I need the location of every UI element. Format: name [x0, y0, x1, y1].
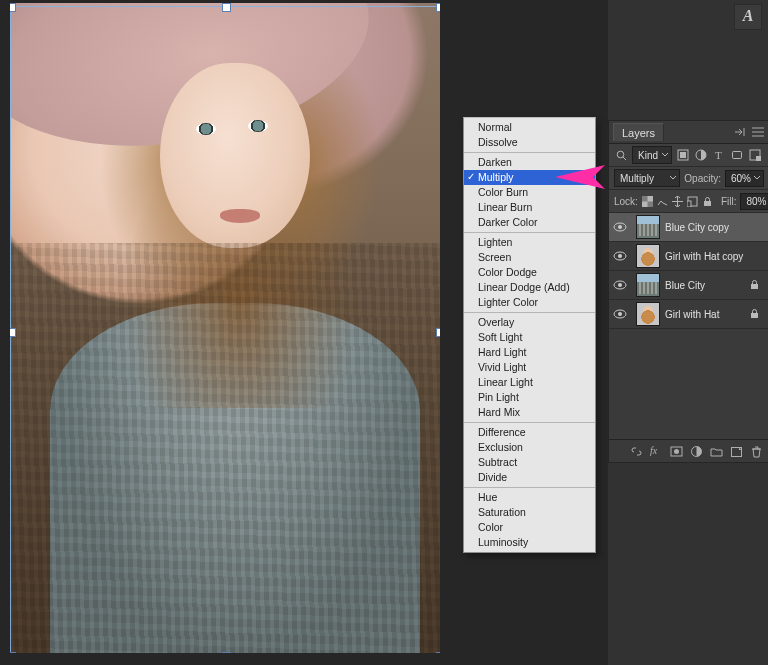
blend-mode-option[interactable]: Darken — [464, 155, 595, 170]
visibility-toggle-icon[interactable] — [609, 309, 631, 319]
visibility-toggle-icon[interactable] — [609, 280, 631, 290]
blend-mode-option[interactable]: Color Burn — [464, 185, 595, 200]
layer-name[interactable]: Blue City — [665, 280, 749, 291]
filter-kind-label: Kind — [638, 150, 658, 161]
lock-transparent-icon[interactable] — [642, 194, 653, 208]
type-tool-slot-icon[interactable]: A — [734, 4, 762, 30]
filter-type-icon[interactable]: T — [712, 148, 726, 162]
svg-rect-8 — [733, 152, 742, 159]
adjustment-layer-icon[interactable] — [690, 445, 703, 458]
link-layers-icon[interactable] — [630, 445, 643, 458]
blend-mode-menu[interactable]: NormalDissolveDarkenMultiplyColor BurnLi… — [463, 117, 596, 553]
group-icon[interactable] — [710, 445, 723, 458]
svg-point-18 — [618, 225, 622, 229]
svg-point-20 — [618, 254, 622, 258]
blend-mode-option[interactable]: Overlay — [464, 315, 595, 330]
visibility-toggle-icon[interactable] — [609, 222, 631, 232]
blend-mode-option[interactable]: Hue — [464, 490, 595, 505]
lock-artboard-icon[interactable] — [687, 194, 698, 208]
layer-name[interactable]: Blue City copy — [665, 222, 749, 233]
lock-image-icon[interactable] — [657, 194, 668, 208]
blend-mode-option[interactable]: Saturation — [464, 505, 595, 520]
blend-mode-option[interactable]: Linear Light — [464, 375, 595, 390]
blend-mode-option[interactable]: Vivid Light — [464, 360, 595, 375]
blend-mode-option[interactable]: Hard Light — [464, 345, 595, 360]
fill-input[interactable]: 80% — [740, 193, 768, 210]
visibility-toggle-icon[interactable] — [609, 251, 631, 261]
new-layer-icon[interactable] — [730, 445, 743, 458]
svg-point-3 — [617, 151, 624, 158]
layer-name[interactable]: Girl with Hat copy — [665, 251, 749, 262]
blend-mode-option[interactable]: Normal — [464, 120, 595, 135]
lock-all-icon[interactable] — [702, 194, 713, 208]
layer-list: Blue City copyGirl with Hat copyBlue Cit… — [609, 213, 768, 329]
filter-shape-icon[interactable] — [730, 148, 744, 162]
svg-rect-5 — [680, 152, 686, 158]
blend-mode-option[interactable]: Screen — [464, 250, 595, 265]
layer-mask-icon[interactable] — [670, 445, 683, 458]
blend-mode-option[interactable]: Color — [464, 520, 595, 535]
composite-image — [10, 3, 440, 653]
blend-mode-option[interactable]: Lighter Color — [464, 295, 595, 310]
fill-value: 80% — [746, 196, 766, 207]
blend-mode-option[interactable]: Darker Color — [464, 215, 595, 230]
svg-rect-16 — [704, 201, 711, 206]
layer-thumbnail[interactable] — [636, 302, 660, 326]
blend-mode-option[interactable]: Dissolve — [464, 135, 595, 150]
layer-name[interactable]: Girl with Hat — [665, 309, 749, 320]
blend-mode-option[interactable]: Soft Light — [464, 330, 595, 345]
blend-mode-option[interactable]: Lighten — [464, 235, 595, 250]
blend-mode-value: Multiply — [620, 173, 654, 184]
blend-mode-option[interactable]: Exclusion — [464, 440, 595, 455]
delete-layer-icon[interactable] — [750, 445, 763, 458]
filter-smart-icon[interactable] — [748, 148, 762, 162]
layer-row[interactable]: Girl with Hat copy — [609, 242, 768, 271]
svg-rect-15 — [687, 201, 691, 207]
filter-kind-select[interactable]: Kind — [632, 146, 672, 164]
filter-pixel-icon[interactable] — [676, 148, 690, 162]
lock-icon — [749, 279, 763, 292]
panel-menu-icon[interactable] — [751, 125, 765, 139]
lock-position-icon[interactable] — [672, 194, 683, 208]
blend-mode-option[interactable]: Multiply — [464, 170, 595, 185]
layer-row[interactable]: Girl with Hat — [609, 300, 768, 329]
layer-thumbnail[interactable] — [636, 244, 660, 268]
svg-text:T: T — [715, 149, 722, 161]
document-canvas[interactable] — [10, 3, 440, 653]
layer-thumbnail[interactable] — [636, 215, 660, 239]
layer-filter-row: Kind T — [609, 144, 768, 167]
layers-panel: Layers Kind T — [608, 120, 768, 463]
blend-mode-option[interactable]: Luminosity — [464, 535, 595, 550]
layer-row[interactable]: Blue City copy — [609, 213, 768, 242]
svg-rect-10 — [756, 156, 761, 161]
menu-separator — [464, 487, 595, 488]
blend-mode-option[interactable]: Subtract — [464, 455, 595, 470]
lock-icon — [749, 308, 763, 321]
svg-rect-23 — [751, 284, 758, 289]
menu-separator — [464, 422, 595, 423]
blend-mode-option[interactable]: Difference — [464, 425, 595, 440]
menu-separator — [464, 232, 595, 233]
right-dock: A Layers Kind — [608, 0, 768, 665]
filter-adjustment-icon[interactable] — [694, 148, 708, 162]
panel-collapse-icon[interactable] — [733, 125, 747, 139]
svg-rect-13 — [647, 201, 653, 207]
blend-mode-option[interactable]: Linear Dodge (Add) — [464, 280, 595, 295]
layer-thumbnail[interactable] — [636, 273, 660, 297]
menu-separator — [464, 312, 595, 313]
blend-mode-option[interactable]: Divide — [464, 470, 595, 485]
panel-tabbar: Layers — [609, 121, 768, 144]
layer-row[interactable]: Blue City — [609, 271, 768, 300]
blend-mode-select[interactable]: Multiply — [614, 169, 680, 187]
tab-layers[interactable]: Layers — [613, 123, 664, 141]
svg-point-22 — [618, 283, 622, 287]
layer-style-icon[interactable]: fx — [650, 445, 663, 458]
opacity-label: Opacity: — [684, 173, 721, 184]
blend-mode-option[interactable]: Hard Mix — [464, 405, 595, 420]
blend-mode-option[interactable]: Pin Light — [464, 390, 595, 405]
opacity-input[interactable]: 60% — [725, 170, 764, 187]
blend-mode-option[interactable]: Linear Burn — [464, 200, 595, 215]
blend-mode-option[interactable]: Color Dodge — [464, 265, 595, 280]
svg-rect-12 — [642, 196, 648, 202]
svg-point-28 — [674, 449, 679, 454]
